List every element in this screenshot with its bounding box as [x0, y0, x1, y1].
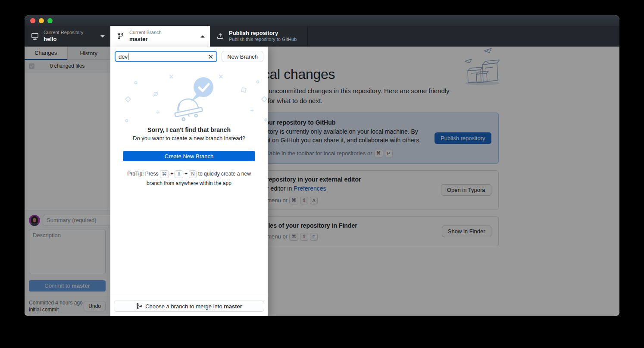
- new-branch-button[interactable]: New Branch: [222, 51, 263, 62]
- cmd-key: ⌘: [374, 150, 383, 157]
- commit-form: Commit to master: [25, 210, 110, 296]
- publish-repository-toolbar-button[interactable]: Publish repository Publish this reposito…: [210, 26, 308, 47]
- branch-filter-input[interactable]: dev ✕: [115, 51, 217, 62]
- current-branch-name: master: [129, 36, 162, 43]
- sidebar: Changes History 0 changed files Commit: [25, 47, 110, 316]
- foldout-footer: Choose a branch to merge into master: [110, 296, 268, 316]
- undo-commit-bar: Committed 4 hours ago initial commit Und…: [25, 296, 110, 316]
- branch-not-found-title: Sorry, I can't find that branch: [123, 126, 255, 133]
- toolbar-spacer: [308, 26, 619, 47]
- suggestion-card-publish: Publish your repository to GitHub This r…: [231, 113, 499, 164]
- p-key: P: [385, 150, 393, 157]
- boxes-illustration: [458, 47, 503, 88]
- cmd-key: ⌘: [160, 170, 169, 178]
- shift-key: ⇧: [300, 233, 308, 241]
- publish-repository-button[interactable]: Publish repository: [435, 132, 491, 144]
- n-key: N: [189, 170, 197, 178]
- committed-time: Committed 4 hours ago: [29, 299, 84, 306]
- changed-files-row: 0 changed files: [25, 60, 110, 72]
- branch-not-found-subtitle: Do you want to create a new branch inste…: [123, 135, 255, 141]
- choose-branch-to-merge-button[interactable]: Choose a branch to merge into master: [114, 301, 264, 312]
- suggestion-card-editor: Open the repository in your external edi…: [231, 170, 499, 210]
- text-cursor: [128, 53, 128, 60]
- tab-changes[interactable]: Changes: [25, 47, 67, 60]
- chevron-down-icon: [100, 35, 105, 38]
- suggestion-card-finder: View the files of your repository in Fin…: [231, 216, 499, 246]
- f-key: F: [310, 233, 318, 241]
- protip-text: ProTip! Press ⌘ + ⇧ + N to quickly creat…: [123, 169, 255, 188]
- current-repository-dropdown[interactable]: Current Repository hello: [25, 26, 110, 47]
- desktop-computer-icon: [31, 33, 38, 40]
- sidebar-tabs: Changes History: [25, 47, 110, 60]
- card-hint: Repository menu or ⌘ ⇧ F: [239, 233, 433, 241]
- a-key: A: [310, 197, 318, 204]
- branch-not-found-blankslate: Sorry, I can't find that branch Do you w…: [110, 66, 268, 296]
- cmd-key: ⌘: [289, 197, 298, 204]
- tab-history[interactable]: History: [67, 47, 110, 60]
- cmd-key: ⌘: [289, 233, 298, 241]
- branch-foldout: dev ✕ New Branch: [110, 47, 268, 316]
- minimize-window-button[interactable]: [39, 18, 44, 23]
- toolbar: Current Repository hello Current Branch …: [25, 26, 619, 47]
- clear-filter-icon[interactable]: ✕: [208, 53, 214, 60]
- undo-button[interactable]: Undo: [84, 301, 106, 311]
- avatar: [29, 215, 40, 226]
- app-window: Current Repository hello Current Branch …: [25, 15, 619, 316]
- create-new-branch-button[interactable]: Create New Branch: [123, 151, 255, 161]
- changed-files-count: 0 changed files: [34, 63, 100, 69]
- commit-message: initial commit: [29, 306, 84, 313]
- git-branch-icon: [117, 33, 124, 40]
- title-bar[interactable]: [25, 15, 619, 26]
- current-branch-dropdown-open[interactable]: Current Branch master: [110, 26, 210, 47]
- changes-list-empty: [25, 72, 110, 210]
- publish-repository-subtitle: Publish this repository to GitHub: [229, 37, 297, 43]
- open-in-typora-button[interactable]: Open in Typora: [441, 184, 491, 196]
- close-window-button[interactable]: [30, 18, 35, 23]
- commit-to-master-button[interactable]: Commit to master: [29, 280, 106, 292]
- zoom-window-button[interactable]: [47, 18, 53, 23]
- commit-description-input[interactable]: [29, 229, 106, 274]
- bell-illustration: [123, 70, 255, 124]
- card-title: View the files of your repository in Fin…: [239, 222, 433, 229]
- git-merge-icon: [136, 303, 143, 310]
- shift-key: ⇧: [300, 197, 308, 204]
- show-in-finder-button[interactable]: Show in Finder: [442, 226, 491, 237]
- current-repository-label: Current Repository: [44, 30, 83, 36]
- publish-repository-title: Publish repository: [229, 30, 297, 37]
- current-branch-label: Current Branch: [129, 30, 162, 36]
- select-all-checkbox[interactable]: [29, 63, 34, 69]
- branch-filter-value: dev: [119, 53, 128, 60]
- preferences-link[interactable]: Preferences: [294, 185, 326, 192]
- upload-icon: [217, 33, 224, 40]
- chevron-up-icon: [200, 35, 205, 38]
- shift-key: ⇧: [175, 170, 183, 178]
- current-repository-name: hello: [44, 36, 83, 43]
